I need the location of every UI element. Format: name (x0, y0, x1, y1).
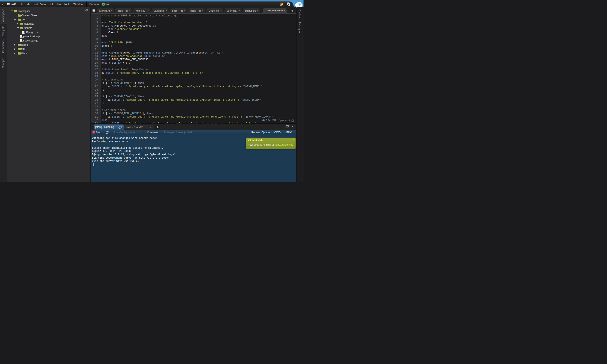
svg-text:9: 9 (298, 2, 301, 7)
